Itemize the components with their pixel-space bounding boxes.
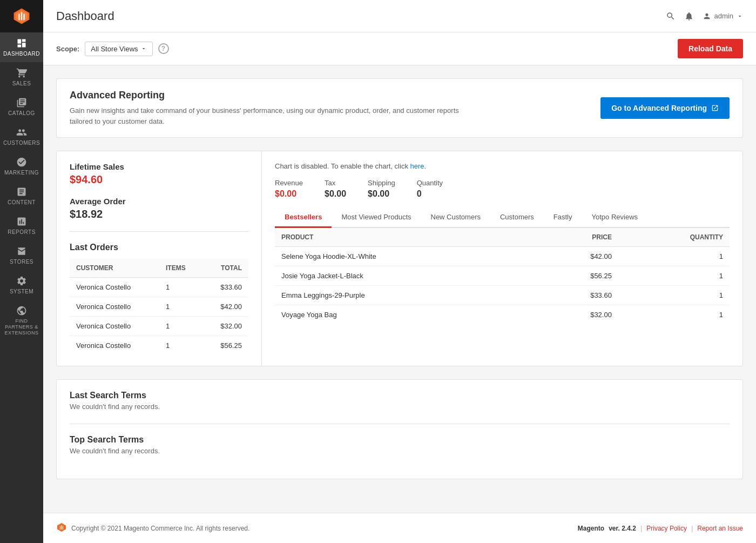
bestsellers-cell-product: Josie Yoga Jacket-L-Black — [275, 266, 535, 286]
advanced-reporting-section: Advanced Reporting Gain new insights and… — [56, 78, 743, 138]
last-orders-cell-items: 1 — [159, 297, 202, 317]
last-orders-title: Last Orders — [70, 243, 248, 252]
sidebar-item-dashboard[interactable]: DASHBOARD — [0, 32, 43, 62]
search-icon[interactable] — [666, 11, 676, 21]
footer-copyright: Copyright © 2021 Magento Commerce Inc. A… — [71, 525, 249, 532]
tab-new-customers[interactable]: New Customers — [421, 207, 490, 228]
last-orders-cell-customer: Veronica Costello — [70, 278, 159, 297]
page-title: Dashboard — [56, 9, 114, 23]
reload-data-button[interactable]: Reload Data — [678, 39, 743, 58]
last-orders-row: Veronica Costello 1 $32.00 — [70, 317, 248, 336]
footer: Copyright © 2021 Magento Commerce Inc. A… — [43, 513, 756, 543]
help-icon[interactable]: ? — [158, 43, 169, 54]
lifetime-sales-label: Lifetime Sales — [70, 162, 248, 171]
metric-value: 0 — [417, 189, 443, 199]
sidebar-item-system[interactable]: SYSTEM — [0, 270, 43, 300]
metric-label: Shipping — [368, 179, 395, 187]
metric-value: $0.00 — [275, 189, 303, 199]
last-orders-cell-total: $33.60 — [202, 278, 248, 297]
bestsellers-row: Selene Yoga Hoodie-XL-White $42.00 1 — [275, 247, 730, 266]
bottom-sections: Last Search Terms We couldn't find any r… — [56, 379, 743, 479]
tab-yotpo[interactable]: Yotpo Reviews — [582, 207, 648, 228]
sidebar-item-marketing[interactable]: MARKETING — [0, 151, 43, 181]
metric-label: Revenue — [275, 179, 303, 187]
left-panel: Lifetime Sales $94.60 Average Order $18.… — [57, 151, 262, 366]
bestsellers-cell-qty: 1 — [618, 266, 730, 286]
last-orders-cell-total: $32.00 — [202, 317, 248, 336]
metric-item: Quantity 0 — [417, 179, 443, 199]
admin-user-menu[interactable]: admin — [703, 12, 743, 21]
metric-label: Tax — [325, 179, 346, 187]
advanced-reporting-description: Gain new insights and take command of yo… — [70, 105, 475, 126]
footer-version: ver. 2.4.2 — [609, 525, 636, 532]
footer-right: Magento ver. 2.4.2 | Privacy Policy | Re… — [578, 525, 743, 532]
sidebar: DASHBOARD SALES CATALOG customers MARKET… — [0, 0, 43, 543]
scope-bar: Scope: All Store Views ? Reload Data — [43, 32, 756, 65]
right-panel: Chart is disabled. To enable the chart, … — [262, 151, 742, 366]
tabs-list: BestsellersMost Viewed ProductsNew Custo… — [275, 207, 730, 228]
bestsellers-cell-qty: 1 — [618, 305, 730, 325]
footer-privacy-link[interactable]: Privacy Policy — [646, 525, 687, 532]
chart-disabled-notice: Chart is disabled. To enable the chart, … — [275, 162, 730, 170]
bestsellers-cell-product: Voyage Yoga Bag — [275, 305, 535, 325]
last-orders-col-customer: Customer — [70, 259, 159, 278]
bestsellers-cell-price: $33.60 — [535, 286, 618, 305]
advanced-reporting-text: Advanced Reporting Gain new insights and… — [70, 90, 475, 126]
last-search-section: Last Search Terms We couldn't find any r… — [70, 391, 730, 411]
scope-left: Scope: All Store Views ? — [56, 42, 169, 56]
metric-value: $0.00 — [368, 189, 395, 199]
average-order-value: $18.92 — [70, 208, 248, 220]
last-orders-row: Veronica Costello 1 $56.25 — [70, 336, 248, 356]
notifications-icon[interactable] — [684, 11, 694, 21]
sidebar-item-content[interactable]: CONTENT — [0, 181, 43, 211]
bestsellers-cell-qty: 1 — [618, 286, 730, 305]
scope-select[interactable]: All Store Views — [85, 42, 152, 56]
metric-item: Shipping $0.00 — [368, 179, 395, 199]
sidebar-item-customers[interactable]: customers — [0, 122, 43, 151]
bestsellers-row: Josie Yoga Jacket-L-Black $56.25 1 — [275, 266, 730, 286]
last-orders-cell-total: $42.00 — [202, 297, 248, 317]
tab-most-viewed[interactable]: Most Viewed Products — [332, 207, 421, 228]
metric-value: $0.00 — [325, 189, 346, 199]
last-orders-table: Customer Items Total Veronica Costello 1… — [70, 259, 248, 355]
last-orders-row: Veronica Costello 1 $42.00 — [70, 297, 248, 317]
footer-version-label: Magento — [578, 525, 604, 532]
last-orders-col-items: Items — [159, 259, 202, 278]
last-orders-cell-items: 1 — [159, 278, 202, 297]
bestsellers-col-qty: Quantity — [618, 228, 730, 247]
footer-report-link[interactable]: Report an Issue — [697, 525, 743, 532]
tab-bestsellers[interactable]: Bestsellers — [275, 207, 332, 228]
sidebar-item-reports[interactable]: REPORTS — [0, 211, 43, 240]
metric-item: Revenue $0.00 — [275, 179, 303, 199]
tab-content-bestsellers: Product Price Quantity Selene Yoga Hoodi… — [275, 228, 730, 324]
last-orders-cell-customer: Veronica Costello — [70, 336, 159, 356]
scope-label: Scope: — [56, 45, 79, 53]
metric-item: Tax $0.00 — [325, 179, 346, 199]
last-orders-cell-total: $56.25 — [202, 336, 248, 356]
last-orders-cell-customer: Veronica Costello — [70, 317, 159, 336]
footer-logo-icon — [56, 522, 67, 534]
average-order-label: Average Order — [70, 197, 248, 206]
tab-fastly[interactable]: Fastly — [544, 207, 582, 228]
bestsellers-cell-product: Emma Leggings-29-Purple — [275, 286, 535, 305]
sidebar-item-extensions[interactable]: FIND PARTNERS & EXTENSIONS — [0, 300, 43, 341]
footer-left: Copyright © 2021 Magento Commerce Inc. A… — [56, 522, 249, 534]
advanced-reporting-button[interactable]: Go to Advanced Reporting — [600, 97, 730, 119]
lifetime-sales-value: $94.60 — [70, 173, 248, 186]
sidebar-item-stores[interactable]: STORES — [0, 240, 43, 270]
bestsellers-col-product: Product — [275, 228, 535, 247]
advanced-reporting-title: Advanced Reporting — [70, 90, 475, 101]
average-order-section: Average Order $18.92 — [70, 197, 248, 220]
bestsellers-cell-price: $32.00 — [535, 305, 618, 325]
content-area: Advanced Reporting Gain new insights and… — [43, 65, 756, 513]
main-content: Dashboard admin Scope: All Store Views ? — [43, 0, 756, 543]
sidebar-item-catalog[interactable]: CATALOG — [0, 92, 43, 122]
sidebar-item-sales[interactable]: SALES — [0, 62, 43, 92]
chart-enable-link[interactable]: here — [410, 162, 424, 170]
tab-customers[interactable]: Customers — [490, 207, 544, 228]
bestsellers-cell-qty: 1 — [618, 247, 730, 266]
header-actions: admin — [666, 11, 743, 21]
last-orders-cell-items: 1 — [159, 317, 202, 336]
top-search-section: Top Search Terms We couldn't find any re… — [70, 435, 730, 455]
last-orders-row: Veronica Costello 1 $33.60 — [70, 278, 248, 297]
